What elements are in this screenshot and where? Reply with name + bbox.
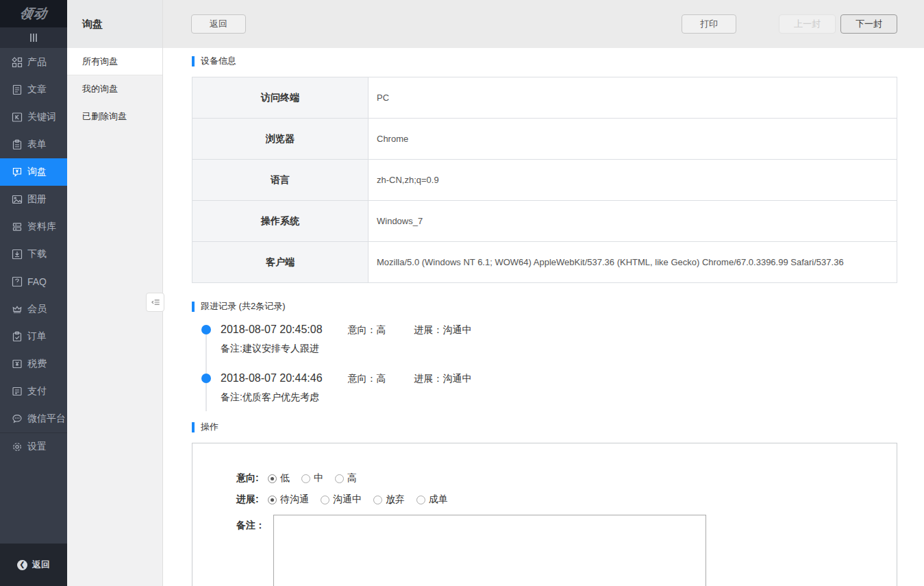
radio-icon <box>321 496 329 504</box>
progress-field: 进展: 待沟通 沟通中 放弃 <box>236 493 897 506</box>
note-textarea[interactable] <box>273 515 706 586</box>
row-value: PC <box>369 77 897 119</box>
section-bar-icon <box>192 422 195 432</box>
products-icon <box>12 57 23 68</box>
radio-icon <box>373 496 382 504</box>
sidebar-item-label: 支付 <box>27 385 47 398</box>
progress-radio-abandoned[interactable]: 放弃 <box>373 493 405 506</box>
sidebar-item-label: 产品 <box>27 56 47 69</box>
sidebar-item-label: 设置 <box>27 441 47 453</box>
progress-radio-communicating[interactable]: 沟通中 <box>321 493 362 506</box>
sidebar-item-label: 会员 <box>27 303 47 315</box>
followup-progress: 进展：沟通中 <box>414 324 472 337</box>
sidebar-item-inquiries[interactable]: 询盘 <box>0 158 67 186</box>
operation-form: 意向: 低 中 高 <box>192 443 897 586</box>
sidebar-item-label: FAQ <box>27 276 47 287</box>
logo-text: 领动 <box>18 5 49 23</box>
main-area: 返回 打印 上一封 下一封 设备信息 访问终端 PC <box>163 0 924 586</box>
row-label: 浏览器 <box>192 119 369 160</box>
subsidebar-item-my-inquiries[interactable]: 我的询盘 <box>67 75 162 103</box>
inquiry-icon <box>12 167 23 178</box>
intent-field: 意向: 低 中 高 <box>236 472 897 485</box>
intent-radio-medium[interactable]: 中 <box>301 472 323 485</box>
table-row: 客户端 Mozilla/5.0 (Windows NT 6.1; WOW64) … <box>192 242 897 283</box>
menu-fold-button[interactable] <box>146 293 164 312</box>
intent-label: 意向: <box>236 472 268 485</box>
subsidebar-item-all-inquiries[interactable]: 所有询盘 <box>67 48 162 75</box>
sidebar-item-orders[interactable]: 订单 <box>0 323 67 350</box>
progress-label: 进展: <box>236 493 268 506</box>
gear-icon <box>12 441 23 452</box>
row-label: 客户端 <box>192 242 369 283</box>
order-icon <box>12 331 23 342</box>
followup-time: 2018-08-07 20:44:46 <box>221 372 323 384</box>
row-value: Windows_7 <box>369 201 897 242</box>
sidebar-item-albums[interactable]: 图册 <box>0 186 67 213</box>
row-label: 访问终端 <box>192 77 369 119</box>
article-icon <box>12 84 23 95</box>
next-letter-button[interactable]: 下一封 <box>840 14 897 34</box>
primary-nav: 产品 文章 关键词 表单 询盘 图册 <box>0 48 67 544</box>
sidebar-item-label: 询盘 <box>27 166 47 178</box>
intent-radio-low[interactable]: 低 <box>268 472 290 485</box>
sidebar-item-products[interactable]: 产品 <box>0 49 67 76</box>
sidebar-item-downloads[interactable]: 下载 <box>0 241 67 268</box>
previous-letter-button[interactable]: 上一封 <box>779 14 836 34</box>
sidebar-item-payment[interactable]: 支付 <box>0 378 67 405</box>
row-label: 语言 <box>192 160 369 201</box>
sidebar-item-label: 资料库 <box>27 221 56 233</box>
device-info-table: 访问终端 PC 浏览器 Chrome 语言 zh-CN,zh;q=0.9 操 <box>192 77 897 283</box>
row-value: Mozilla/5.0 (Windows NT 6.1; WOW64) Appl… <box>369 242 897 283</box>
app-logo: 领动 <box>0 0 67 27</box>
member-icon <box>12 304 23 315</box>
radio-checked-icon <box>268 474 277 483</box>
sidebar-item-articles[interactable]: 文章 <box>0 76 67 103</box>
followup-time: 2018-08-07 20:45:08 <box>221 323 323 336</box>
timeline-dot-icon <box>201 374 211 383</box>
wechat-icon <box>12 413 23 424</box>
operation-section: 操作 意向: 低 中 <box>192 421 897 586</box>
section-bar-icon <box>192 302 195 312</box>
note-label: 备注： <box>236 515 273 532</box>
table-row: 访问终端 PC <box>192 77 897 119</box>
print-button[interactable]: 打印 <box>682 14 736 34</box>
back-button[interactable]: 返回 <box>191 14 246 34</box>
sidebar-item-settings[interactable]: 设置 <box>0 433 67 461</box>
sidebar-item-label: 文章 <box>27 84 47 96</box>
back-arrow-icon: ❮ <box>17 560 27 570</box>
section-bar-icon <box>192 56 195 66</box>
followup-entry: 2018-08-07 20:44:46 意向：高 进展：沟通中 备注:优质客户优… <box>192 372 897 404</box>
sidebar-item-forms[interactable]: 表单 <box>0 131 67 158</box>
menu-fold-icon <box>151 297 160 307</box>
sidebar-item-wechat[interactable]: 微信平台 <box>0 405 67 432</box>
note-field: 备注： <box>236 515 897 586</box>
sidebar-item-faq[interactable]: FAQ <box>0 268 67 295</box>
sidebar-item-tax[interactable]: 税费 <box>0 350 67 378</box>
device-info-title: 设备信息 <box>192 55 897 67</box>
tax-icon <box>12 358 23 369</box>
sidebar-item-label: 微信平台 <box>27 413 66 425</box>
collapse-bars-icon <box>30 34 32 42</box>
album-icon <box>12 194 23 205</box>
sidebar-item-keywords[interactable]: 关键词 <box>0 103 67 131</box>
subsidebar-item-deleted-inquiries[interactable]: 已删除询盘 <box>67 103 162 130</box>
keyword-icon <box>12 112 23 123</box>
sidebar-collapse-button[interactable] <box>0 27 67 48</box>
progress-radio-pending[interactable]: 待沟通 <box>268 493 309 506</box>
content-panel: 设备信息 访问终端 PC 浏览器 Chrome 语言 <box>163 48 924 586</box>
secondary-sidebar-title: 询盘 <box>67 0 162 48</box>
followup-entry: 2018-08-07 20:45:08 意向：高 进展：沟通中 备注:建议安排专… <box>192 323 897 355</box>
primary-sidebar: 领动 产品 文章 关键词 表单 询盘 <box>0 0 67 586</box>
device-info-section: 设备信息 访问终端 PC 浏览器 Chrome 语言 <box>192 55 897 283</box>
table-row: 语言 zh-CN,zh;q=0.9 <box>192 160 897 201</box>
form-icon <box>12 139 23 150</box>
intent-radio-high[interactable]: 高 <box>335 472 357 485</box>
followup-note: 备注:优质客户优先考虑 <box>221 391 897 404</box>
sidebar-item-members[interactable]: 会员 <box>0 295 67 323</box>
progress-radio-closed[interactable]: 成单 <box>416 493 448 506</box>
sidebar-item-library[interactable]: 资料库 <box>0 213 67 241</box>
row-label: 操作系统 <box>192 201 369 242</box>
payment-icon <box>12 386 23 397</box>
sidebar-back-button[interactable]: ❮ 返回 <box>0 544 67 586</box>
followup-title: 跟进记录 (共2条记录) <box>192 300 897 313</box>
